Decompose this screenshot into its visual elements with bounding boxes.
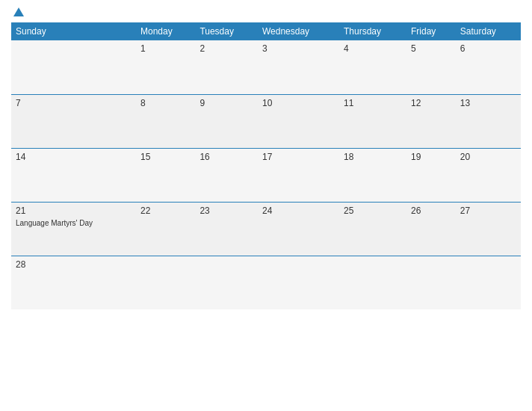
calendar-cell: 15 bbox=[136, 148, 195, 202]
day-number: 8 bbox=[140, 98, 191, 108]
calendar-cell: 1 bbox=[136, 40, 195, 94]
calendar-header: SundayMondayTuesdayWednesdayThursdayFrid… bbox=[11, 22, 521, 40]
weekday-header-saturday: Saturday bbox=[456, 22, 521, 40]
calendar-cell: 24 bbox=[258, 202, 339, 256]
calendar-cell: 2 bbox=[195, 40, 258, 94]
weekday-header-tuesday: Tuesday bbox=[195, 22, 258, 40]
calendar-cell: 3 bbox=[258, 40, 339, 94]
weekday-header-monday: Monday bbox=[136, 22, 195, 40]
day-number: 6 bbox=[460, 43, 516, 54]
day-number: 5 bbox=[411, 43, 451, 54]
calendar-cell bbox=[136, 256, 195, 309]
calendar-cell bbox=[406, 256, 456, 309]
day-number: 20 bbox=[460, 152, 516, 162]
calendar-cell: 19 bbox=[406, 148, 456, 202]
calendar-table: SundayMondayTuesdayWednesdayThursdayFrid… bbox=[11, 22, 521, 309]
day-number: 28 bbox=[16, 259, 132, 270]
calendar-week-4: 28 bbox=[11, 256, 521, 309]
calendar-cell: 26 bbox=[406, 202, 456, 256]
calendar-cell bbox=[339, 256, 406, 309]
calendar-week-0: 123456 bbox=[11, 40, 521, 94]
weekday-header-thursday: Thursday bbox=[339, 22, 406, 40]
calendar-cell bbox=[258, 256, 339, 309]
day-number: 4 bbox=[344, 43, 402, 54]
calendar-cell: 23 bbox=[195, 202, 258, 256]
calendar-week-2: 14151617181920 bbox=[11, 148, 521, 202]
day-number: 10 bbox=[262, 98, 335, 108]
calendar-cell: 7 bbox=[11, 94, 136, 148]
calendar-cell: 22 bbox=[136, 202, 195, 256]
day-number: 3 bbox=[262, 43, 335, 54]
day-number: 15 bbox=[140, 152, 191, 162]
day-number: 7 bbox=[16, 98, 132, 108]
weekday-header-friday: Friday bbox=[406, 22, 456, 40]
day-number: 14 bbox=[16, 152, 132, 162]
calendar-cell: 18 bbox=[339, 148, 406, 202]
calendar-cell: 6 bbox=[456, 40, 521, 94]
day-number: 16 bbox=[200, 152, 253, 162]
day-number: 21 bbox=[16, 206, 132, 216]
day-number: 17 bbox=[262, 152, 335, 162]
calendar-container: SundayMondayTuesdayWednesdayThursdayFrid… bbox=[0, 0, 532, 411]
logo-blue-area bbox=[11, 7, 24, 16]
logo-triangle-icon bbox=[13, 7, 24, 16]
day-number: 22 bbox=[140, 206, 191, 216]
day-number: 1 bbox=[140, 43, 191, 54]
day-number: 23 bbox=[200, 206, 253, 216]
calendar-body: 123456789101112131415161718192021Languag… bbox=[11, 40, 521, 309]
day-number: 13 bbox=[460, 98, 516, 108]
calendar-cell: 27 bbox=[456, 202, 521, 256]
calendar-cell: 20 bbox=[456, 148, 521, 202]
calendar-week-3: 21Language Martyrs' Day222324252627 bbox=[11, 202, 521, 256]
logo bbox=[11, 7, 24, 16]
calendar-cell bbox=[195, 256, 258, 309]
day-number: 11 bbox=[344, 98, 402, 108]
calendar-cell bbox=[456, 256, 521, 309]
day-number: 9 bbox=[200, 98, 253, 108]
calendar-cell: 8 bbox=[136, 94, 195, 148]
day-number: 24 bbox=[262, 206, 335, 216]
event-text: Language Martyrs' Day bbox=[16, 219, 93, 227]
day-number: 19 bbox=[411, 152, 451, 162]
calendar-cell: 12 bbox=[406, 94, 456, 148]
calendar-cell: 21Language Martyrs' Day bbox=[11, 202, 136, 256]
calendar-cell: 5 bbox=[406, 40, 456, 94]
calendar-cell: 17 bbox=[258, 148, 339, 202]
header bbox=[11, 7, 521, 16]
weekday-header-wednesday: Wednesday bbox=[258, 22, 339, 40]
day-number: 27 bbox=[460, 206, 516, 216]
calendar-cell: 16 bbox=[195, 148, 258, 202]
calendar-cell: 28 bbox=[11, 256, 136, 309]
calendar-cell: 10 bbox=[258, 94, 339, 148]
day-number: 18 bbox=[344, 152, 402, 162]
calendar-cell: 11 bbox=[339, 94, 406, 148]
calendar-week-1: 78910111213 bbox=[11, 94, 521, 148]
calendar-cell bbox=[11, 40, 136, 94]
calendar-cell: 14 bbox=[11, 148, 136, 202]
day-number: 2 bbox=[200, 43, 253, 54]
calendar-cell: 4 bbox=[339, 40, 406, 94]
weekday-header-sunday: Sunday bbox=[11, 22, 136, 40]
day-number: 25 bbox=[344, 206, 402, 216]
calendar-cell: 13 bbox=[456, 94, 521, 148]
calendar-cell: 9 bbox=[195, 94, 258, 148]
calendar-cell: 25 bbox=[339, 202, 406, 256]
weekday-header-row: SundayMondayTuesdayWednesdayThursdayFrid… bbox=[11, 22, 521, 40]
day-number: 26 bbox=[411, 206, 451, 216]
day-number: 12 bbox=[411, 98, 451, 108]
